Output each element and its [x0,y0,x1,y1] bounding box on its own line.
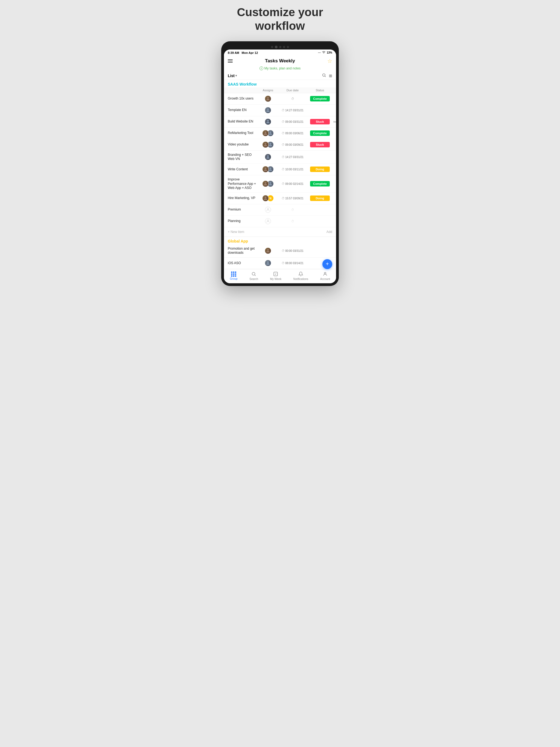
nav-label-myweek: My Week [270,278,282,281]
due-date-cell: ⏱ 15:57 03/09/21 [278,197,308,200]
clock-icon: ⏱ [282,249,285,252]
nav-item-group[interactable]: Group [230,272,238,280]
nav-item-account[interactable]: Account [320,272,330,281]
svg-point-18 [267,261,269,263]
toolbar: List ▾ ⊞ [224,72,336,80]
table-row[interactable]: ReMarketing Tool ⏱ 09:00 03/06/21 [224,128,336,139]
due-date-cell: ⏱ 09:00 02/14/21 [278,182,308,185]
due-date-text: 15:57 03/09/21 [285,197,304,200]
avatar [265,119,271,125]
bottom-nav: Group Search My Week [224,269,336,283]
avatar [262,195,269,202]
clock-icon: ⏱ [291,208,294,211]
table-row[interactable]: Branding + SEO Web VN ⏱ 14:27 03/31/21 [224,151,336,164]
status-bar: 8:39 AM Mon Apr 12 ···· 13% [224,50,336,55]
due-date-cell: ⏱ [278,220,308,223]
svg-point-6 [270,131,271,133]
hamburger-button[interactable] [228,59,233,62]
svg-point-13 [270,182,271,184]
due-date-cell: ⏱ [278,208,308,211]
table-row[interactable]: Build Website EN ⏱ 09:00 03/31/21 Stuck … [224,116,336,128]
task-name: Write Content [228,168,258,172]
task-name: Premium [228,208,258,212]
table-row[interactable]: iOS ASO ⏱ 08:00 03/14/21 [224,258,336,269]
svg-line-1 [325,76,326,77]
table-header: Assigns Due date Status [224,87,336,93]
col-name [228,88,258,92]
due-date-text: 00:00 03/31/21 [285,249,304,252]
table-row[interactable]: Improve Performance App + Web App + ASO … [224,175,336,193]
list-selector[interactable]: List ▾ [228,74,237,78]
status-cell: Complete [308,96,332,101]
notch-dot-1 [271,46,273,48]
notch-camera [275,46,278,48]
search-icon[interactable] [322,73,326,78]
due-date-text: 09:00 03/09/21 [285,143,304,146]
headline: Customize yourworkflow [231,5,328,33]
status-cell: Complete [308,181,332,186]
nav-item-notifications[interactable]: Notifications [294,272,308,281]
avatar-placeholder [265,218,271,224]
avatar [265,96,271,102]
col-status: Status [308,88,332,92]
svg-point-16 [267,220,269,221]
task-name: Build Website EN [228,120,258,124]
status-badge: Doing [310,196,330,201]
table-row[interactable]: Growth 10x users ⏱ Complete [224,93,336,105]
assign-cell [258,260,278,266]
due-date-cell: ⏱ 14:27 03/31/21 [278,108,308,112]
clock-icon: ⏱ [291,220,294,223]
task-name: Promotion and get downloads [228,247,258,255]
table-row[interactable]: Promotion and get downloads ⏱ 00:00 03/3… [224,244,336,258]
assign-cell [258,218,278,224]
avatar [262,180,269,187]
favorite-icon[interactable]: ☆ [327,58,332,64]
clock-icon: ⏱ [282,155,285,159]
saas-section-label: SAAS Workflow [224,80,336,87]
task-name: Template EN [228,108,258,112]
avatar-placeholder [265,207,271,213]
new-item-row[interactable]: + New item Add [224,227,336,237]
svg-point-15 [267,208,269,210]
table-row[interactable]: Video youtube ⏱ 09:00 03/09/21 [224,139,336,151]
status-cell: Stuck Doanh [308,119,332,124]
svg-line-20 [255,275,256,276]
table-row[interactable]: Template EN ⏱ 14:27 03/31/21 [224,105,336,116]
due-date-text: 09:00 03/31/21 [285,120,304,123]
status-badge: Stuck [310,142,330,147]
status-cell: Doing [308,196,332,201]
avatar-group [262,141,274,148]
avatar [262,130,269,136]
toolbar-icons: ⊞ [322,73,332,78]
add-label: Add [327,230,332,234]
due-date-cell: ⏱ 10:00 03/11/21 [278,168,308,171]
table-row[interactable]: Hire Marketing, VP N ⏱ 15:57 03/09/21 Do… [224,193,336,204]
status-cell: Complete [308,130,332,136]
svg-point-17 [267,249,269,251]
svg-point-2 [267,97,269,99]
status-cell: Doing [308,166,332,172]
svg-point-5 [265,131,266,133]
status-badge: Complete [310,96,330,101]
status-time: 8:39 AM Mon Apr 12 [228,51,258,54]
filter-icon[interactable]: ⊞ [329,74,332,78]
table-row[interactable]: Write Content ⏱ 10:00 03/11/21 [224,164,336,175]
due-date-cell: ⏱ 14:27 03/31/21 [278,155,308,159]
clock-icon: ⏱ [282,108,285,112]
nav-label-search: Search [249,278,258,281]
clock-icon: ⏱ [282,143,285,146]
app-title: Tasks Weekly [265,58,295,64]
nav-item-myweek[interactable]: My Week [270,272,282,281]
fab-button[interactable]: + [322,259,332,269]
clock-icon: ⏱ [282,261,285,265]
assign-cell [258,154,278,160]
grid-icon [231,272,236,277]
nav-item-search[interactable]: Search [249,272,258,281]
svg-point-22 [324,272,326,274]
due-date-cell: ⏱ 09:00 03/09/21 [278,143,308,146]
avatar-group: N [262,195,274,202]
table-row[interactable]: Premium ⏱ [224,204,336,216]
battery-icon: 13% [327,51,332,54]
assign-cell [258,207,278,213]
table-row[interactable]: Planning ⏱ [224,216,336,227]
